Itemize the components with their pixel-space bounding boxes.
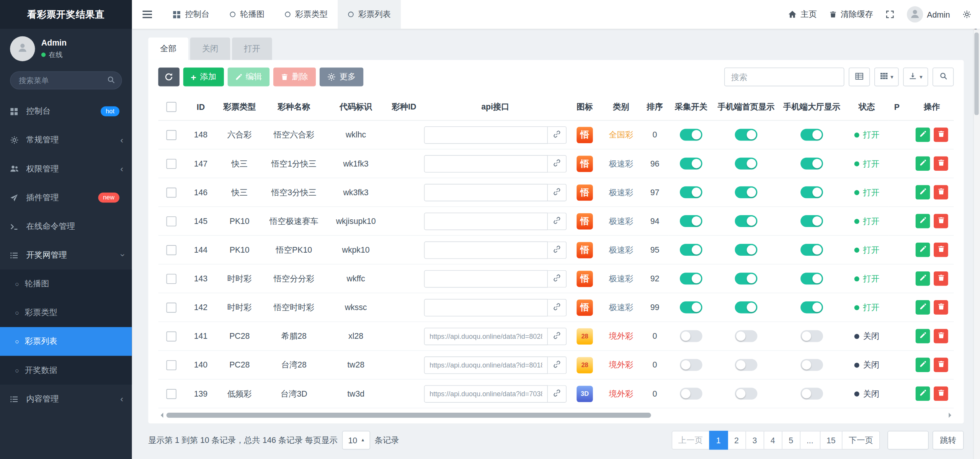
row-delete-button[interactable] — [934, 243, 948, 257]
home-switch[interactable] — [735, 330, 758, 342]
hall-switch[interactable] — [800, 244, 823, 256]
export-button[interactable]: ▾ — [903, 67, 928, 86]
hall-switch[interactable] — [800, 129, 823, 141]
sidebar-subitem-banner[interactable]: ○轮播图 — [0, 270, 132, 298]
nav-tab-dashboard[interactable]: 控制台 — [163, 0, 220, 29]
row-delete-button[interactable] — [934, 300, 948, 315]
scroll-right-arrow[interactable] — [949, 413, 954, 418]
sidebar-item-dashboard[interactable]: 控制台hot — [0, 97, 132, 126]
api-link-button[interactable] — [548, 327, 567, 345]
page-ellipsis[interactable]: ... — [800, 431, 820, 449]
menu-toggle-icon[interactable] — [132, 11, 163, 18]
collect-switch[interactable] — [680, 273, 702, 284]
row-edit-button[interactable] — [916, 127, 930, 142]
next-page-button[interactable]: 下一页 — [842, 431, 880, 449]
prev-page-button[interactable]: 上一页 — [671, 431, 710, 449]
row-delete-button[interactable] — [934, 156, 948, 171]
page-button-15[interactable]: 15 — [820, 431, 843, 449]
row-edit-button[interactable] — [916, 271, 930, 286]
row-delete-button[interactable] — [934, 387, 948, 401]
home-switch[interactable] — [735, 186, 758, 198]
row-delete-button[interactable] — [934, 271, 948, 286]
row-checkbox[interactable] — [167, 331, 176, 341]
sidebar-item-plugin[interactable]: 插件管理new — [0, 183, 132, 212]
filter-tab-all[interactable]: 全部 — [148, 38, 188, 60]
collect-switch[interactable] — [680, 215, 702, 227]
api-link-button[interactable] — [548, 183, 567, 201]
home-switch[interactable] — [735, 244, 758, 256]
home-switch[interactable] — [735, 301, 758, 313]
row-checkbox[interactable] — [167, 188, 176, 198]
fullscreen-button[interactable] — [886, 10, 895, 19]
jump-button[interactable]: 跳转 — [933, 431, 964, 449]
api-input[interactable] — [424, 385, 548, 402]
scroll-left-arrow[interactable] — [158, 413, 163, 418]
settings-button[interactable] — [962, 10, 971, 19]
vscrollbar-thumb[interactable] — [974, 33, 978, 115]
sidebar-item-lottery-admin[interactable]: 开奖网管理‹ — [0, 241, 132, 270]
sidebar-subitem-lottery-list[interactable]: ○彩票列表 — [0, 327, 132, 356]
row-checkbox[interactable] — [167, 159, 176, 169]
clear-cache-link[interactable]: 清除缓存 — [830, 9, 873, 20]
row-checkbox[interactable] — [167, 130, 176, 140]
select-all-checkbox[interactable] — [167, 102, 176, 112]
sidebar-item-command[interactable]: 在线命令管理 — [0, 212, 132, 241]
row-edit-button[interactable] — [916, 243, 930, 257]
row-edit-button[interactable] — [916, 329, 930, 343]
api-link-button[interactable] — [548, 126, 567, 144]
home-switch[interactable] — [735, 388, 758, 400]
collect-switch[interactable] — [680, 388, 702, 400]
hall-switch[interactable] — [800, 388, 823, 400]
api-link-button[interactable] — [548, 385, 567, 402]
filter-tab-open[interactable]: 打开 — [232, 38, 272, 60]
row-checkbox[interactable] — [167, 389, 176, 399]
api-input[interactable] — [424, 212, 548, 230]
horizontal-scrollbar[interactable] — [158, 411, 954, 420]
api-link-button[interactable] — [548, 356, 567, 374]
hall-switch[interactable] — [800, 215, 823, 227]
row-edit-button[interactable] — [916, 156, 930, 171]
filter-tab-closed[interactable]: 关闭 — [190, 38, 230, 60]
hall-switch[interactable] — [800, 301, 823, 313]
row-edit-button[interactable] — [916, 300, 930, 315]
table-view-button[interactable] — [849, 67, 870, 86]
api-input[interactable] — [424, 356, 548, 374]
api-input[interactable] — [424, 299, 548, 316]
row-checkbox[interactable] — [167, 302, 176, 312]
hall-switch[interactable] — [800, 330, 823, 342]
api-input[interactable] — [424, 270, 548, 287]
api-input[interactable] — [424, 183, 548, 201]
more-button[interactable]: 更多 — [319, 67, 363, 86]
page-button-4[interactable]: 4 — [763, 431, 782, 449]
api-link-button[interactable] — [548, 299, 567, 316]
api-input[interactable] — [424, 126, 548, 144]
api-input[interactable] — [424, 241, 548, 259]
menu-search-input[interactable] — [10, 71, 122, 89]
add-button[interactable]: +添加 — [183, 67, 224, 86]
collect-switch[interactable] — [680, 129, 702, 141]
home-link[interactable]: 主页 — [788, 9, 817, 20]
page-button-5[interactable]: 5 — [782, 431, 800, 449]
sidebar-item-permission[interactable]: 权限管理‹ — [0, 154, 132, 183]
row-checkbox[interactable] — [167, 360, 176, 370]
api-input[interactable] — [424, 327, 548, 345]
vertical-scrollbar[interactable]: ▴ — [973, 0, 980, 459]
hall-switch[interactable] — [800, 158, 823, 170]
sidebar-subitem-lottery-type[interactable]: ○彩票类型 — [0, 298, 132, 327]
row-delete-button[interactable] — [934, 185, 948, 200]
collect-switch[interactable] — [680, 301, 702, 313]
row-delete-button[interactable] — [934, 127, 948, 142]
api-input[interactable] — [424, 155, 548, 172]
row-checkbox[interactable] — [167, 274, 176, 284]
api-link-button[interactable] — [548, 241, 567, 259]
row-edit-button[interactable] — [916, 387, 930, 401]
row-checkbox[interactable] — [167, 245, 176, 255]
row-delete-button[interactable] — [934, 358, 948, 372]
page-size-select[interactable]: 10 ▴ — [342, 431, 370, 449]
row-checkbox[interactable] — [167, 216, 176, 226]
collect-switch[interactable] — [680, 186, 702, 198]
user-menu[interactable]: Admin — [907, 6, 950, 22]
collect-switch[interactable] — [680, 158, 702, 170]
search-button[interactable] — [933, 67, 954, 86]
hall-switch[interactable] — [800, 273, 823, 284]
